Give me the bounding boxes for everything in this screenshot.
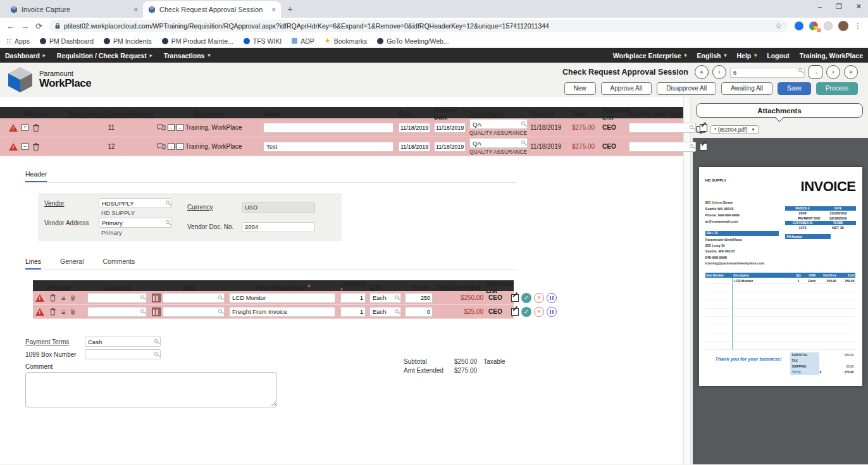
- tab-comments[interactable]: Comments: [102, 257, 135, 270]
- edit-line-approval-icon[interactable]: [511, 308, 519, 316]
- comments-icon[interactable]: [157, 124, 166, 131]
- col-requisition[interactable]: Requisition / Check Request: [67, 111, 156, 118]
- record-number-input[interactable]: [730, 68, 805, 78]
- new-tab-button[interactable]: +: [287, 3, 293, 14]
- item-description-field[interactable]: [229, 307, 335, 317]
- profile-avatar[interactable]: [838, 21, 848, 31]
- panel-divider[interactable]: [683, 97, 691, 464]
- tab-invoice-capture[interactable]: Invoice Capture ×: [5, 1, 143, 18]
- attachment-file-dropdown[interactable]: * (IB2004.pdf)▼: [710, 125, 759, 134]
- location-field[interactable]: [87, 307, 147, 317]
- attachment-icon[interactable]: [70, 308, 76, 316]
- tab-close-icon[interactable]: ×: [134, 6, 138, 13]
- attachments-toggle-button[interactable]: Attachments: [696, 103, 863, 118]
- window-minimize-button[interactable]: –: [818, 3, 822, 11]
- delete-row-icon[interactable]: [32, 142, 40, 151]
- name-field[interactable]: [263, 142, 394, 152]
- adhoc-approver-input[interactable]: [629, 142, 696, 152]
- item-field[interactable]: [163, 307, 225, 317]
- name-field[interactable]: [263, 123, 394, 133]
- posting-date-input[interactable]: [434, 123, 466, 133]
- item-field[interactable]: [163, 293, 225, 303]
- first-record-button[interactable]: «: [695, 65, 709, 79]
- item-description-input[interactable]: [229, 307, 335, 317]
- col-location[interactable]: Location: [86, 284, 151, 291]
- item-description-field[interactable]: [229, 293, 335, 303]
- edit-line-approval-icon[interactable]: [511, 294, 519, 302]
- vendor-label[interactable]: Vendor: [44, 200, 94, 207]
- window-restore-button[interactable]: ❐: [836, 3, 842, 11]
- expand-row-button[interactable]: +: [22, 124, 28, 131]
- payment-terms-label[interactable]: Payment Terms: [25, 338, 80, 345]
- delete-row-icon[interactable]: [32, 123, 40, 132]
- tab-check-request-approval[interactable]: Check Request Approval Session ×: [143, 1, 281, 18]
- vendor-address-input[interactable]: [99, 218, 172, 228]
- adhoc-approver-input[interactable]: [629, 123, 696, 133]
- forward-button[interactable]: →: [21, 22, 29, 31]
- hold-line-icon[interactable]: [547, 307, 557, 317]
- tab-close-icon[interactable]: ×: [272, 6, 276, 13]
- price-input[interactable]: [405, 307, 433, 317]
- name-input[interactable]: [263, 142, 394, 152]
- disapprove-line-icon[interactable]: [534, 307, 544, 317]
- tab-lines[interactable]: Lines: [25, 257, 41, 270]
- quantity-input[interactable]: [340, 307, 366, 317]
- box-1099-input[interactable]: [85, 349, 161, 359]
- new-button[interactable]: New: [564, 82, 596, 95]
- next-record-button[interactable]: ›: [826, 65, 840, 79]
- um-field[interactable]: [369, 293, 401, 303]
- nav-workplace-enterprise[interactable]: Workplace Enterprise: [613, 52, 687, 59]
- disapprove-line-icon[interactable]: [534, 293, 544, 303]
- refresh-button[interactable]: ⟳: [35, 22, 42, 31]
- item-catalog-icon[interactable]: ▌▌: [152, 294, 161, 302]
- back-button[interactable]: ←: [6, 22, 15, 31]
- bookmark-tfs-wiki[interactable]: TFS WIKI: [244, 37, 282, 45]
- col-requester[interactable]: Requester: [156, 111, 262, 118]
- tab-general[interactable]: General: [60, 257, 84, 270]
- disapprove-all-button[interactable]: Disapprove All: [657, 82, 716, 95]
- address-bar[interactable]: ptitest02.workplacecloud.com/WPTraining/…: [49, 20, 788, 32]
- awaiting-all-button[interactable]: Awaiting All: [721, 82, 772, 95]
- department-field[interactable]: [469, 138, 528, 148]
- delete-line-icon[interactable]: [49, 294, 56, 302]
- apps-shortcut[interactable]: Apps: [6, 37, 30, 45]
- window-close-button[interactable]: ✕: [856, 3, 862, 11]
- open-request-icon[interactable]: →: [177, 124, 183, 131]
- name-input[interactable]: [263, 123, 394, 133]
- attachment-icon[interactable]: [70, 294, 76, 302]
- item-input[interactable]: [163, 293, 225, 303]
- um-field[interactable]: [369, 307, 401, 317]
- nav-requisition-check-request[interactable]: Requisition / Check Request: [57, 52, 152, 59]
- extension-icon-gray[interactable]: [824, 22, 833, 30]
- reorder-icon[interactable]: ≡: [61, 294, 65, 302]
- vendor-input[interactable]: [99, 198, 172, 208]
- department-input[interactable]: [469, 119, 528, 129]
- bookmark-pm-dashboard[interactable]: PM Dashboard: [40, 37, 94, 45]
- browser-menu-icon[interactable]: ⋮: [854, 22, 862, 30]
- bookmark-pm-incidents[interactable]: PM Incidents: [104, 37, 152, 45]
- vendor-address-field[interactable]: [99, 218, 172, 228]
- date-input[interactable]: [399, 142, 430, 152]
- extension-icon-blue[interactable]: [795, 22, 803, 30]
- adhoc-approver-field[interactable]: [629, 123, 696, 133]
- posting-date-input[interactable]: [434, 142, 466, 152]
- item-catalog-icon[interactable]: ▌▌: [152, 307, 161, 316]
- approve-line-icon[interactable]: [521, 293, 531, 303]
- save-button[interactable]: Save: [778, 82, 811, 95]
- process-button[interactable]: Process: [816, 82, 858, 95]
- approve-line-icon[interactable]: [521, 307, 531, 317]
- location-input[interactable]: [87, 293, 147, 303]
- tab-header[interactable]: Header: [25, 170, 47, 182]
- box-1099-field[interactable]: [85, 349, 161, 359]
- department-field[interactable]: [469, 119, 528, 129]
- nav-help[interactable]: Help: [736, 52, 757, 59]
- col-department[interactable]: Department: [468, 111, 529, 118]
- go-to-record-button[interactable]: →: [809, 65, 822, 79]
- item-input[interactable]: [163, 307, 225, 317]
- price-input[interactable]: [405, 293, 433, 303]
- col-item[interactable]: Item: [151, 284, 228, 291]
- collapse-row-button[interactable]: −: [22, 143, 28, 150]
- currency-label[interactable]: Currency: [187, 204, 237, 211]
- document-download-icon[interactable]: ↓: [168, 124, 175, 131]
- bookmark-adp[interactable]: ADP: [292, 37, 314, 45]
